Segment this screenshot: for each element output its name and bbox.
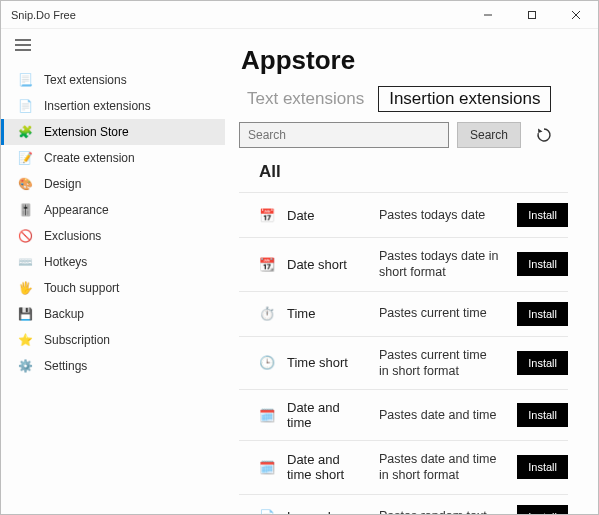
close-button[interactable] <box>554 1 598 29</box>
sidebar-item-hotkeys[interactable]: ⌨️Hotkeys <box>1 249 225 275</box>
sidebar-item-label: Design <box>44 177 81 191</box>
sidebar-item-backup[interactable]: 💾Backup <box>1 301 225 327</box>
datetime-icon: 🗓️ <box>259 407 275 423</box>
exclusions-icon: 🚫 <box>18 229 32 243</box>
install-button[interactable]: Install <box>517 455 568 479</box>
extension-name: Date and time <box>287 400 367 430</box>
extension-desc: Pastes current time <box>379 305 505 321</box>
extension-name: Lorem Ipsum <box>287 509 367 514</box>
section-heading: All <box>259 162 578 182</box>
sidebar-item-label: Create extension <box>44 151 135 165</box>
maximize-button[interactable] <box>510 1 554 29</box>
sidebar-item-label: Settings <box>44 359 87 373</box>
settings-icon: ⚙️ <box>18 359 32 373</box>
insert-icon: 📄 <box>18 99 32 113</box>
extension-row: ⏱️TimePastes current timeInstall <box>239 291 568 336</box>
calendar-short-icon: 📆 <box>259 256 275 272</box>
sidebar-item-label: Backup <box>44 307 84 321</box>
sidebar-item-touch-support[interactable]: 🖐️Touch support <box>1 275 225 301</box>
clock-filled-icon: ⏱️ <box>259 306 275 322</box>
tab-text-extensions[interactable]: Text extensions <box>239 87 372 111</box>
hotkeys-icon: ⌨️ <box>18 255 32 269</box>
clock-outline-icon: 🕒 <box>259 355 275 371</box>
touch-icon: 🖐️ <box>18 281 32 295</box>
datetime-short-icon: 🗓️ <box>259 459 275 475</box>
sidebar-item-label: Text extensions <box>44 73 127 87</box>
search-row: Search <box>239 122 578 148</box>
sidebar-item-design[interactable]: 🎨Design <box>1 171 225 197</box>
extension-name: Time <box>287 306 367 321</box>
extension-desc: Pastes date and time in short format <box>379 451 505 484</box>
extension-name: Date short <box>287 257 367 272</box>
titlebar: Snip.Do Free <box>1 1 598 29</box>
extension-name: Time short <box>287 355 367 370</box>
search-button[interactable]: Search <box>457 122 521 148</box>
extension-row: 🕒Time shortPastes current time in short … <box>239 336 568 390</box>
sidebar: 📃Text extensions📄Insertion extensions🧩Ex… <box>1 29 231 514</box>
svg-rect-1 <box>529 11 536 18</box>
minimize-button[interactable] <box>466 1 510 29</box>
design-icon: 🎨 <box>18 177 32 191</box>
extension-row: 🗓️Date and timePastes date and timeInsta… <box>239 389 568 440</box>
extension-desc: Pastes current time in short format <box>379 347 505 380</box>
extension-row: 📅DatePastes todays dateInstall <box>239 192 568 237</box>
hamburger-button[interactable] <box>1 35 231 67</box>
extension-row: 📆Date shortPastes todays date in short f… <box>239 237 568 291</box>
install-button[interactable]: Install <box>517 302 568 326</box>
extension-desc: Pastes todays date in short format <box>379 248 505 281</box>
app-window: Snip.Do Free 📃Text extensions📄Insertion … <box>0 0 599 515</box>
sidebar-item-insertion-extensions[interactable]: 📄Insertion extensions <box>1 93 225 119</box>
page-title: Appstore <box>241 45 578 76</box>
store-icon: 🧩 <box>18 125 32 139</box>
extension-row: 📄Lorem IpsumPastes random textInstall <box>239 494 568 515</box>
calendar-icon: 📅 <box>259 207 275 223</box>
text-icon: 📃 <box>18 73 32 87</box>
sidebar-item-label: Exclusions <box>44 229 101 243</box>
window-title: Snip.Do Free <box>11 9 76 21</box>
sidebar-item-label: Hotkeys <box>44 255 87 269</box>
sidebar-item-settings[interactable]: ⚙️Settings <box>1 353 225 379</box>
sidebar-item-label: Appearance <box>44 203 109 217</box>
sidebar-item-extension-store[interactable]: 🧩Extension Store <box>1 119 225 145</box>
sidebar-item-create-extension[interactable]: 📝Create extension <box>1 145 225 171</box>
extension-name: Date <box>287 208 367 223</box>
install-button[interactable]: Install <box>517 505 568 515</box>
sidebar-item-label: Subscription <box>44 333 110 347</box>
extension-desc: Pastes todays date <box>379 207 505 223</box>
backup-icon: 💾 <box>18 307 32 321</box>
sidebar-item-label: Insertion extensions <box>44 99 151 113</box>
sidebar-item-label: Touch support <box>44 281 119 295</box>
sidebar-item-appearance[interactable]: 🎚️Appearance <box>1 197 225 223</box>
refresh-icon[interactable] <box>533 124 555 146</box>
create-icon: 📝 <box>18 151 32 165</box>
extension-desc: Pastes date and time <box>379 407 505 423</box>
lorem-icon: 📄 <box>259 509 275 515</box>
install-button[interactable]: Install <box>517 403 568 427</box>
extension-list[interactable]: 📅DatePastes todays dateInstall📆Date shor… <box>239 192 578 514</box>
install-button[interactable]: Install <box>517 351 568 375</box>
extension-row: 🗓️Date and time shortPastes date and tim… <box>239 440 568 494</box>
sidebar-item-text-extensions[interactable]: 📃Text extensions <box>1 67 225 93</box>
main-pane: Appstore Text extensionsInsertion extens… <box>231 29 598 514</box>
sidebar-item-exclusions[interactable]: 🚫Exclusions <box>1 223 225 249</box>
extension-name: Date and time short <box>287 452 367 482</box>
sidebar-item-label: Extension Store <box>44 125 129 139</box>
subscription-icon: ⭐ <box>18 333 32 347</box>
sidebar-item-subscription[interactable]: ⭐Subscription <box>1 327 225 353</box>
tab-row: Text extensionsInsertion extensions <box>239 86 578 112</box>
extension-desc: Pastes random text <box>379 508 505 514</box>
install-button[interactable]: Install <box>517 252 568 276</box>
install-button[interactable]: Install <box>517 203 568 227</box>
appearance-icon: 🎚️ <box>18 203 32 217</box>
search-input[interactable] <box>239 122 449 148</box>
tab-insertion-extensions[interactable]: Insertion extensions <box>378 86 551 112</box>
